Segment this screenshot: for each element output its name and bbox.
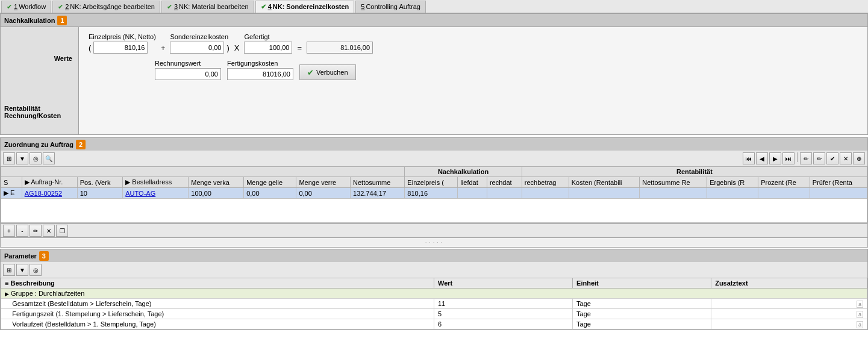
paren-close: ) bbox=[226, 43, 229, 54]
tab-5[interactable]: 5 Controlling Auftrag bbox=[355, 1, 426, 13]
nk-werte-label: Werte bbox=[4, 55, 75, 62]
gefertigt-input[interactable] bbox=[244, 42, 292, 54]
tab-2[interactable]: ✔ 2 NK: Arbeitsgänge bearbeiten bbox=[52, 1, 160, 13]
param-edit-icon-1[interactable]: a bbox=[857, 301, 863, 308]
tab-3-label: NK: Material bearbeiten bbox=[179, 3, 249, 10]
tab-1-num: 1 bbox=[14, 3, 17, 10]
zuordnung-toolbar: ⊞ ▼ ◎ 🔍 ⏮ ◀ ▶ ⏭ ✏ ✏ ✔ ✕ ⊕ bbox=[0, 151, 868, 166]
tab-1-check-icon: ✔ bbox=[7, 3, 12, 11]
copy-row-btn[interactable]: ❐ bbox=[56, 225, 68, 237]
toolbar-right: ⏮ ◀ ▶ ⏭ ✏ ✏ ✔ ✕ ⊕ bbox=[743, 152, 865, 164]
tab-4-check-icon: ✔ bbox=[261, 3, 266, 11]
sondereinzel-group: Sondereinzelkosten ) bbox=[170, 33, 229, 54]
cell-bestell[interactable]: AUTO-AG bbox=[123, 188, 189, 199]
remove-row-btn[interactable]: - bbox=[16, 225, 28, 237]
empty-cell bbox=[1, 199, 867, 223]
param-group-text: Gruppe : Durchlaufzeiten bbox=[11, 290, 84, 297]
result-label bbox=[307, 33, 373, 40]
zuordnung-badge: 2 bbox=[76, 140, 86, 149]
result-input[interactable] bbox=[307, 42, 373, 54]
th-menge-ver: Menge verre bbox=[296, 177, 351, 188]
cell-einzelpreis: 810,16 bbox=[405, 188, 458, 199]
param-eye-btn[interactable]: ◎ bbox=[30, 264, 42, 276]
first-btn[interactable]: ⏮ bbox=[743, 152, 755, 164]
param-row-2: Fertigungszeit (1. Stempelung > Liefersc… bbox=[1, 309, 867, 319]
tab-3[interactable]: ✔ 3 NK: Material bearbeiten bbox=[161, 1, 254, 13]
prev-btn[interactable]: ◀ bbox=[756, 152, 768, 164]
search-btn[interactable]: 🔍 bbox=[43, 152, 55, 164]
zuordnung-table: Nachkalkulation Rentabilität S ▶ Auftrag… bbox=[1, 166, 867, 223]
param-grid-btn[interactable]: ⊞ bbox=[3, 264, 15, 276]
param-beschreibung-1: Gesamtzeit (Bestelldatum > Lieferschein,… bbox=[1, 299, 434, 309]
last-btn[interactable]: ⏭ bbox=[782, 152, 795, 164]
verbuchen-label: Verbuchen bbox=[316, 69, 348, 76]
th-pos: Pos. (Verk bbox=[77, 177, 123, 188]
eye-btn[interactable]: ◎ bbox=[30, 152, 42, 164]
result-group bbox=[307, 33, 373, 54]
verbuchen-button[interactable]: ✔ Verbuchen bbox=[299, 64, 356, 80]
cell-auftrag[interactable]: AG18-00252 bbox=[22, 188, 77, 199]
nachkalkulation-panel: Werte Rentabilität Rechnung/Kosten Einze… bbox=[0, 27, 868, 135]
edit2-btn[interactable]: ✏ bbox=[813, 152, 825, 164]
parameter-header: Parameter 3 bbox=[0, 249, 868, 262]
param-beschreibung-3: Vorlaufzeit (Bestelldatum > 1. Stempelun… bbox=[1, 319, 434, 329]
checkmark-btn[interactable]: ✔ bbox=[826, 152, 838, 164]
next-btn[interactable]: ▶ bbox=[769, 152, 781, 164]
cancel-btn[interactable]: ✕ bbox=[840, 152, 852, 164]
param-edit-icon-2[interactable]: a bbox=[857, 311, 863, 318]
verbuchen-check-icon: ✔ bbox=[307, 68, 314, 77]
nachkalkulation-badge: 1 bbox=[57, 16, 67, 25]
cell-pruefer bbox=[810, 188, 867, 199]
gefertigt-label: Gefertigt bbox=[244, 33, 292, 40]
rechnungswert-input[interactable] bbox=[155, 68, 221, 80]
horizontal-scrollbar[interactable]: · · · · · bbox=[0, 238, 868, 248]
einzelpreis-input[interactable] bbox=[93, 42, 148, 54]
cell-menge-gel: 0,00 bbox=[244, 188, 296, 199]
param-edit-icon-3[interactable]: a bbox=[857, 321, 863, 328]
tab-2-num: 2 bbox=[65, 3, 69, 10]
edit-row-btn[interactable]: ✏ bbox=[30, 225, 42, 237]
rechnungswert-label: Rechnungswert bbox=[155, 60, 221, 67]
fertigungskosten-label: Fertigungskosten bbox=[227, 60, 293, 67]
tab-1-workflow[interactable]: ✔ 1 Workflow bbox=[1, 1, 51, 13]
nk-formula-row: Einzelpreis (NK, Netto) ( + Sondereinzel… bbox=[89, 33, 858, 54]
param-zusatz-2: a bbox=[711, 309, 867, 319]
param-zusatz-3: a bbox=[711, 319, 867, 329]
col-group-row: Nachkalkulation Rentabilität bbox=[1, 167, 867, 177]
param-row-3: Vorlaufzeit (Bestelldatum > 1. Stempelun… bbox=[1, 319, 867, 329]
th-menge-verk: Menge verka bbox=[189, 177, 244, 188]
grid-btn[interactable]: ⊞ bbox=[3, 152, 15, 164]
filter-btn[interactable]: ▼ bbox=[16, 152, 28, 164]
cell-nettosumme-re bbox=[640, 188, 707, 199]
cell-rechdat bbox=[487, 188, 522, 199]
param-group-row: ▶ Gruppe : Durchlaufzeiten bbox=[1, 289, 867, 299]
extra-btn[interactable]: ⊕ bbox=[853, 152, 865, 164]
add-row-btn[interactable]: + bbox=[3, 225, 15, 237]
tab-4[interactable]: ✔ 4 NK: Sondereinzelkosten bbox=[255, 1, 355, 13]
tab-4-num: 4 bbox=[268, 3, 272, 10]
fertigungskosten-input[interactable] bbox=[227, 68, 293, 80]
table-row[interactable]: ▶ E AG18-00252 10 AUTO-AG 100,00 0,00 0,… bbox=[1, 188, 867, 199]
cell-ergebnis bbox=[707, 188, 758, 199]
param-einheit-1: Tage bbox=[573, 299, 711, 309]
cell-kosten bbox=[569, 188, 639, 199]
nk-rentab-label: Rentabilität Rechnung/Kosten bbox=[4, 105, 75, 119]
th-beschreibung: ≡ Beschreibung bbox=[1, 278, 434, 289]
multiply-operator: X bbox=[232, 43, 242, 54]
th-pruefer: Prüfer (Renta bbox=[810, 177, 867, 188]
delete-row-btn[interactable]: ✕ bbox=[43, 225, 55, 237]
th-rechdat: rechdat bbox=[487, 177, 522, 188]
th-menge-gel: Menge gelie bbox=[244, 177, 296, 188]
param-zusatz-1: a bbox=[711, 299, 867, 309]
plus-operator: + bbox=[158, 43, 168, 54]
zuordnung-table-wrap: Nachkalkulation Rentabilität S ▶ Auftrag… bbox=[0, 166, 868, 223]
th-einzelpreis: Einzelpreis ( bbox=[405, 177, 458, 188]
sondereinzel-input[interactable] bbox=[170, 42, 224, 54]
th-bestell: ▶ Bestelladress bbox=[123, 177, 189, 188]
group-triangle-icon[interactable]: ▶ bbox=[5, 291, 9, 297]
param-filter-btn[interactable]: ▼ bbox=[16, 264, 28, 276]
group-rentabilitat: Rentabilität bbox=[522, 167, 867, 177]
edit1-btn[interactable]: ✏ bbox=[800, 152, 812, 164]
parameter-table-wrap: ≡ Beschreibung Wert Einheit Zusatztext ▶… bbox=[0, 278, 868, 330]
th-prozent: Prozent (Re bbox=[758, 177, 810, 188]
